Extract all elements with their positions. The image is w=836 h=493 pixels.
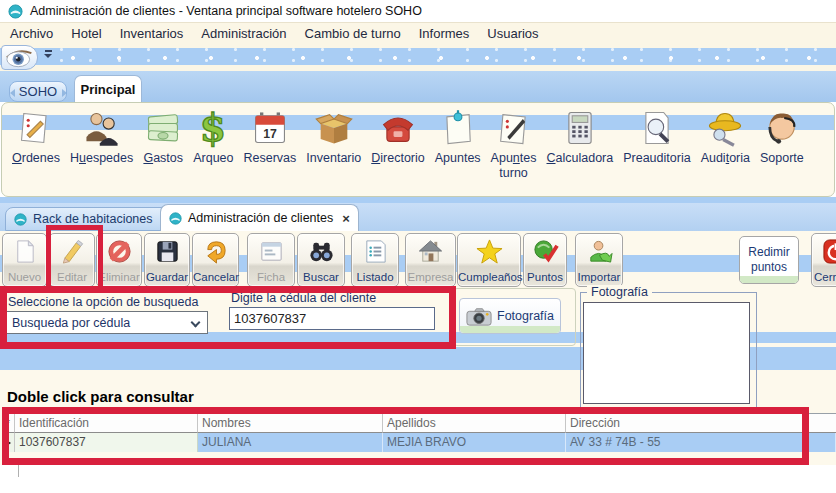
preview-eye-button[interactable] xyxy=(1,45,38,70)
fotografia-group-label: Fotografía xyxy=(587,285,652,299)
guardar-button[interactable]: Guardar xyxy=(144,233,190,287)
apuntes-icon xyxy=(438,105,478,151)
column-header-nombres[interactable]: Nombres xyxy=(198,414,383,433)
nuevo-button[interactable]: Nuevo xyxy=(2,233,47,287)
ribbon-item-huespedes[interactable]: Huespedes xyxy=(66,105,137,180)
importar-icon xyxy=(576,236,622,266)
row-selector-cell xyxy=(2,433,15,452)
fotografia-button[interactable]: Fotografía xyxy=(459,298,561,334)
photo-button-panel: Fotografía xyxy=(453,288,576,346)
cancelar-button[interactable]: Cancelar xyxy=(192,233,239,287)
camera-icon xyxy=(466,307,492,326)
doubleclick-hint: Doble click para consultar xyxy=(7,388,194,405)
ribbon-item-auditoria[interactable]: Auditoria xyxy=(697,105,754,180)
ribbon-item-gastos[interactable]: Gastos xyxy=(139,105,187,180)
directorio-icon xyxy=(378,105,418,151)
menu-item-cambio-de-turno[interactable]: Cambio de turno xyxy=(296,23,410,44)
cerrar-icon xyxy=(812,236,836,266)
menu-item-inventarios[interactable]: Inventarios xyxy=(111,23,193,44)
calculadora-icon xyxy=(560,105,600,151)
ribbon-item-ordenes[interactable]: Ordenes xyxy=(8,105,64,180)
ordenes-icon xyxy=(16,105,56,151)
cedula-input[interactable] xyxy=(229,307,435,330)
decorative-arrow-icon xyxy=(62,89,67,97)
ficha-icon xyxy=(248,236,294,266)
menu-item-administracion[interactable]: Administración xyxy=(192,23,295,44)
search-option-label: Seleccione la opción de busqueda xyxy=(8,295,198,309)
ribbon-item-reservas[interactable]: 17 Reservas xyxy=(240,105,301,180)
guardar-icon xyxy=(145,236,189,266)
cell-nombres: JULIANA xyxy=(198,433,383,452)
empresa-button[interactable]: Empresa xyxy=(405,233,456,287)
search-option-select[interactable]: Busqueda por cédula xyxy=(6,311,208,334)
ficha-button[interactable]: Ficha xyxy=(247,233,295,287)
row-selector-icon xyxy=(5,439,11,447)
column-header-identificacion[interactable]: Identificación xyxy=(15,414,198,433)
preauditoria-icon xyxy=(637,105,677,151)
cancelar-icon xyxy=(193,236,238,266)
toolbar-overflow-icon[interactable] xyxy=(43,50,53,64)
tab-rack-de-habitaciones[interactable]: Rack de habitaciones × xyxy=(5,207,178,231)
menu-item-usuarios[interactable]: Usuarios xyxy=(478,23,547,44)
ribbon-item-soporte[interactable]: Soporte xyxy=(756,105,808,180)
cerrar-button[interactable]: Cerrar xyxy=(811,233,836,287)
button-accent-strip xyxy=(740,276,798,283)
eliminar-icon xyxy=(97,236,141,266)
quick-access-band xyxy=(0,44,836,71)
ribbon-item-apuntes[interactable]: Apuntes xyxy=(431,105,485,180)
close-tab-icon[interactable]: × xyxy=(342,211,350,226)
tab-label: Administración de clientes xyxy=(188,211,333,225)
results-table: * Identificación Nombres Apellidos Direc… xyxy=(2,413,836,452)
grid-line-remnant xyxy=(18,465,19,477)
inventario-icon xyxy=(314,105,354,151)
buscar-icon xyxy=(298,236,344,266)
empresa-icon xyxy=(406,236,455,266)
puntos-icon xyxy=(524,236,566,266)
huespedes-icon xyxy=(82,105,122,151)
menu-item-informes[interactable]: Informes xyxy=(410,23,479,44)
tab-principal[interactable]: Principal xyxy=(74,75,142,102)
eliminar-button[interactable]: Eliminar xyxy=(96,233,142,287)
ribbon-tab-band: SOHO Principal xyxy=(0,71,836,102)
column-header-direccion[interactable]: Dirección xyxy=(566,414,836,433)
decorative-arrow-icon xyxy=(10,89,15,97)
tab-soho[interactable]: SOHO xyxy=(9,81,67,102)
ribbon-item-inventario[interactable]: Inventario xyxy=(302,105,365,180)
tab-administracion-de-clientes[interactable]: Administración de clientes × xyxy=(160,204,359,231)
apuntes-turno-icon xyxy=(494,105,534,151)
menu-item-hotel[interactable]: Hotel xyxy=(62,23,110,44)
column-header-apellidos[interactable]: Apellidos xyxy=(383,414,566,433)
buscar-button[interactable]: Buscar xyxy=(297,233,345,287)
redimir-puntos-button[interactable]: Redimir puntos xyxy=(739,236,799,284)
puntos-button[interactable]: Puntos xyxy=(523,233,567,287)
ribbon-item-apuntes-turno[interactable]: Apuntes turno xyxy=(487,105,541,180)
svg-text:17: 17 xyxy=(263,127,277,141)
asterisk-icon: * xyxy=(6,417,10,429)
eye-icon xyxy=(4,47,36,68)
ribbon-item-arqueo[interactable]: $ Arqueo xyxy=(189,105,237,180)
cell-identificacion: 1037607837 xyxy=(15,433,198,452)
application-window: Administración de clientes - Ventana pri… xyxy=(0,0,836,493)
cell-apellidos: MEJIA BRAVO xyxy=(383,433,566,452)
reservas-icon: 17 xyxy=(250,105,290,151)
cell-direccion: AV 33 # 74B - 55 xyxy=(566,433,836,452)
importar-button[interactable]: Importar xyxy=(575,233,623,287)
cumpleanos-icon xyxy=(458,236,520,266)
arqueo-icon: $ xyxy=(193,105,233,151)
listado-button[interactable]: Listado xyxy=(351,233,399,287)
soporte-icon xyxy=(762,105,802,151)
gastos-icon xyxy=(143,105,183,151)
cumpleanos-button[interactable]: Cumpleaños xyxy=(457,233,521,287)
client-toolbar: Nuevo Editar Eliminar Guardar Cancelar F… xyxy=(0,231,836,290)
ribbon-item-preauditoria[interactable]: Preauditoria xyxy=(619,105,694,180)
table-row[interactable]: 1037607837 JULIANA MEJIA BRAVO AV 33 # 7… xyxy=(2,433,836,452)
ribbon-item-directorio[interactable]: Directorio xyxy=(367,105,429,180)
editar-button[interactable]: Editar xyxy=(49,233,95,287)
principal-tab-label: Principal xyxy=(81,82,136,97)
search-option-value: Busqueda por cédula xyxy=(7,316,130,330)
selector-header-cell: * xyxy=(2,414,15,433)
menu-item-archivo[interactable]: Archivo xyxy=(1,23,62,44)
menu-bar: Archivo Hotel Inventarios Administración… xyxy=(0,22,836,44)
button-accent-strip xyxy=(460,326,560,333)
ribbon-item-calculadora[interactable]: Calculadora xyxy=(543,105,618,180)
